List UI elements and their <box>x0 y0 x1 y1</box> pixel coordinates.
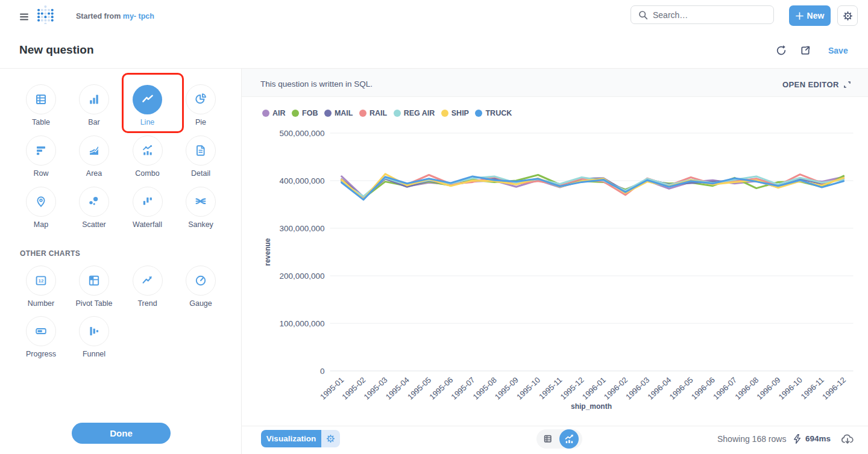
svg-text:400,000,000: 400,000,000 <box>279 176 324 185</box>
svg-text:1996-01: 1996-01 <box>580 375 608 402</box>
svg-text:1995-12: 1995-12 <box>559 375 586 402</box>
svg-text:1996-12: 1996-12 <box>820 375 848 402</box>
svg-text:1995-08: 1995-08 <box>471 375 498 402</box>
svg-text:1995-09: 1995-09 <box>493 375 520 402</box>
svg-text:1996-09: 1996-09 <box>755 375 782 402</box>
svg-text:1995-02: 1995-02 <box>340 375 367 402</box>
svg-text:1995-06: 1995-06 <box>427 375 454 402</box>
svg-text:1995-05: 1995-05 <box>406 375 433 402</box>
svg-text:1996-10: 1996-10 <box>777 375 804 402</box>
svg-text:500,000,000: 500,000,000 <box>279 129 324 138</box>
svg-text:1996-06: 1996-06 <box>690 375 717 402</box>
svg-text:300,000,000: 300,000,000 <box>279 224 324 233</box>
svg-text:1995-10: 1995-10 <box>515 375 542 402</box>
svg-text:100,000,000: 100,000,000 <box>279 319 324 328</box>
svg-text:0: 0 <box>320 367 325 376</box>
svg-text:1996-02: 1996-02 <box>602 375 629 402</box>
svg-text:1995-07: 1995-07 <box>449 375 476 402</box>
svg-text:1996-07: 1996-07 <box>711 375 738 402</box>
svg-text:1995-03: 1995-03 <box>362 375 389 402</box>
svg-text:1996-04: 1996-04 <box>646 375 673 402</box>
svg-text:1995-01: 1995-01 <box>318 375 345 402</box>
svg-text:1996-08: 1996-08 <box>733 375 760 402</box>
svg-text:1996-05: 1996-05 <box>668 375 695 402</box>
svg-text:1995-04: 1995-04 <box>384 375 411 402</box>
svg-text:1996-03: 1996-03 <box>624 375 651 402</box>
svg-text:ship_month: ship_month <box>571 402 612 411</box>
svg-text:revenue: revenue <box>263 238 272 266</box>
svg-text:200,000,000: 200,000,000 <box>279 272 324 281</box>
